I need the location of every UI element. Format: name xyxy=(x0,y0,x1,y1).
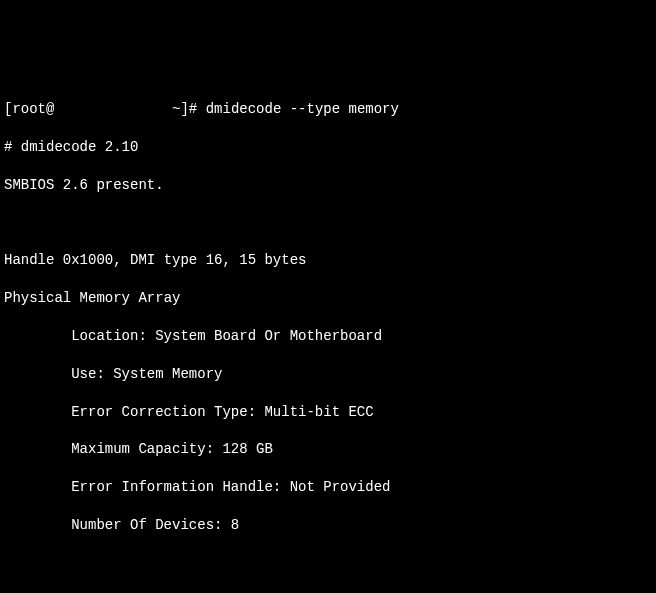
field-error-info: Error Information Handle: Not Provided xyxy=(4,478,652,497)
command-text: dmidecode --type memory xyxy=(206,101,399,117)
field-num-devices: Number Of Devices: 8 xyxy=(4,516,652,535)
handle-header: Handle 0x1000, DMI type 16, 15 bytes xyxy=(4,251,652,270)
field-use: Use: System Memory xyxy=(4,365,652,384)
dmidecode-version: # dmidecode 2.10 xyxy=(4,138,652,157)
prompt-suffix: ~]# xyxy=(164,101,206,117)
blank-line xyxy=(4,554,652,573)
redacted-hostname xyxy=(54,98,113,117)
field-ecc: Error Correction Type: Multi-bit ECC xyxy=(4,403,652,422)
section-title: Physical Memory Array xyxy=(4,289,652,308)
field-location: Location: System Board Or Motherboard xyxy=(4,327,652,346)
field-max-capacity: Maximum Capacity: 128 GB xyxy=(4,440,652,459)
blank-line xyxy=(4,214,652,233)
prompt-line: [root@ ~]# dmidecode --type memory xyxy=(4,98,652,119)
redacted-part xyxy=(122,98,164,117)
prompt-prefix: [root@ xyxy=(4,101,54,117)
smbios-version: SMBIOS 2.6 present. xyxy=(4,176,652,195)
terminal-output: [root@ ~]# dmidecode --type memory # dmi… xyxy=(4,80,652,593)
